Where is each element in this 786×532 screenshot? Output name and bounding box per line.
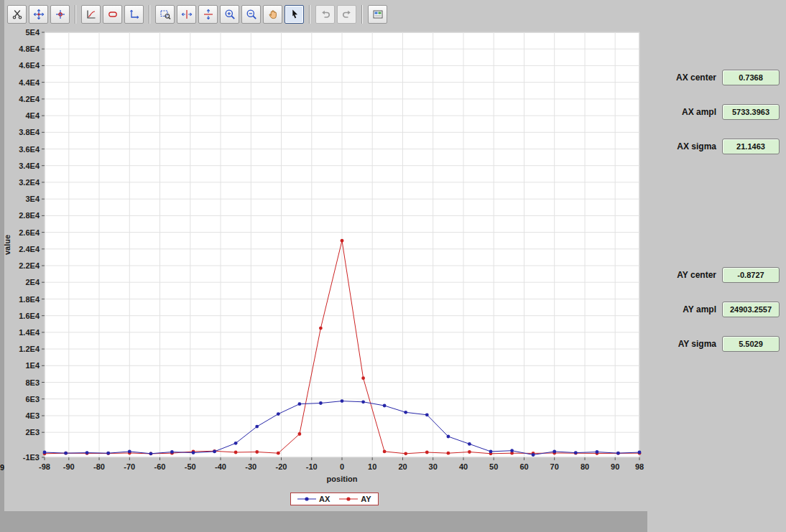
cut-button[interactable] (7, 5, 27, 24)
fit-param-row: AY sigma5.5029 (677, 336, 780, 352)
pan-button[interactable] (263, 5, 282, 24)
legend-label: AY (361, 495, 371, 503)
fit-param-row: AY ampl24903.2557 (677, 302, 780, 317)
x-tick-label: -70 (124, 462, 135, 471)
pan-icon (267, 9, 279, 20)
param-value-field[interactable]: 24903.2557 (722, 302, 780, 317)
snapshot-button[interactable] (368, 5, 387, 24)
move-points-icon (33, 9, 45, 20)
ay-fit-results: AY center-0.8727AY ampl24903.2557AY sigm… (677, 267, 780, 352)
y-tick-label: 2.8E4 (19, 211, 40, 220)
y-tick-label: 2.2E4 (19, 261, 40, 270)
x-tick-label: -98 (39, 462, 50, 471)
legend-item-AX[interactable]: AX (297, 495, 330, 503)
param-label: AY ampl (683, 304, 716, 314)
cut-icon (11, 9, 23, 20)
expand-x-icon (181, 9, 193, 20)
toolbar (7, 5, 387, 24)
param-label: AY center (677, 270, 716, 280)
y-tick-label: 4.8E4 (19, 45, 40, 53)
x-tick-label: 40 (459, 462, 468, 471)
select-points-icon (55, 9, 66, 20)
x-tick-label: -10 (306, 462, 318, 471)
x-axis: -98-90-80-70-60-50-40-30-20-100102030405… (39, 457, 644, 483)
y-tick-label: 5E4 (25, 28, 40, 37)
undo-icon (320, 9, 331, 20)
zoom-out-button[interactable] (241, 5, 261, 24)
param-label: AX ampl (682, 107, 716, 117)
y-tick-label: 3.6E4 (19, 145, 40, 154)
x-axis-title: position (327, 475, 358, 483)
toolbar-separator (309, 5, 310, 24)
log-scale-button[interactable] (81, 5, 101, 24)
x-tick-label: 20 (398, 462, 407, 471)
y-tick-label: 1.4E4 (19, 328, 40, 337)
legend-item-AY[interactable]: AY (339, 495, 371, 503)
y-tick-label: 1E4 (25, 361, 40, 370)
x-tick-label: -20 (276, 462, 287, 471)
application-window: -98-90-80-70-60-50-40-30-20-100102030405… (0, 0, 786, 532)
zoom-in-button[interactable] (220, 5, 239, 24)
y-tick-label: 4.2E4 (19, 95, 40, 103)
zoom-in-icon (224, 9, 236, 20)
redo-button[interactable] (337, 5, 356, 24)
x-tick-label: 10 (368, 462, 376, 471)
axes-button[interactable] (124, 5, 144, 24)
param-value-field[interactable]: 0.7368 (722, 70, 780, 85)
y-tick-label: 3E4 (25, 195, 40, 203)
expand-x-button[interactable] (177, 5, 196, 24)
x-tick-label: -90 (63, 462, 75, 471)
x-tick-label: 80 (581, 462, 589, 471)
y-tick-label: 3.8E4 (19, 128, 40, 136)
y-tick-label: 1.8E4 (19, 295, 40, 304)
desktop-background-bottom (4, 511, 647, 532)
zoom-region-button[interactable] (155, 5, 175, 24)
param-value-field[interactable]: 5733.3963 (722, 104, 780, 120)
move-points-button[interactable] (29, 5, 48, 24)
x-tick-label: -30 (245, 462, 256, 471)
legend-marker-AY (339, 495, 358, 503)
expand-y-icon (203, 9, 214, 20)
select-cursor-button[interactable] (285, 5, 304, 24)
x-tick-label: 50 (489, 462, 498, 471)
select-cursor-icon (289, 9, 300, 20)
expand-y-button[interactable] (198, 5, 218, 24)
zoom-region-icon (159, 9, 171, 20)
param-value-field[interactable]: -0.8727 (722, 267, 780, 283)
y-axis: 5E44.8E44.6E44.4E44.2E44E43.8E43.6E43.4E… (3, 28, 45, 462)
toolbar-separator (149, 5, 150, 24)
chart-area[interactable]: -98-90-80-70-60-50-40-30-20-100102030405… (0, 26, 647, 511)
param-label: AX sigma (677, 141, 716, 151)
param-label: AX center (676, 73, 716, 83)
label-button[interactable] (103, 5, 122, 24)
x-tick-label: 30 (429, 462, 438, 471)
x-tick-label: -60 (154, 462, 166, 471)
y-tick-label: 2.4E4 (19, 245, 40, 253)
toolbar-separator (75, 5, 76, 24)
y-tick-label: 4E3 (25, 411, 40, 420)
toolbar-separator (361, 5, 363, 24)
undo-button[interactable] (315, 5, 335, 24)
fit-param-row: AY center-0.8727 (677, 267, 780, 283)
label-icon (107, 9, 119, 20)
y-tick-label: 3.2E4 (19, 178, 40, 187)
y-tick-label: 4E4 (25, 111, 40, 120)
legend-label: AX (319, 495, 330, 503)
y-tick-label: 1.6E4 (19, 312, 40, 320)
axes-icon (129, 9, 140, 20)
y-tick-label: 2E3 (25, 428, 40, 437)
chart-canvas[interactable]: -98-90-80-70-60-50-40-30-20-100102030405… (0, 26, 647, 511)
legend-marker-AX (297, 495, 316, 503)
y-tick-label: 3.4E4 (19, 162, 40, 170)
param-value-field[interactable]: 21.1463 (722, 139, 780, 154)
y-tick-label: 1.2E4 (19, 345, 40, 353)
snapshot-icon (372, 9, 384, 20)
log-scale-icon (85, 9, 97, 20)
y-tick-label: 2.6E4 (19, 228, 40, 237)
fit-param-row: AX ampl5733.3963 (676, 104, 780, 120)
param-value-field[interactable]: 5.5029 (722, 336, 780, 352)
x-tick-label: -80 (93, 462, 105, 471)
clipped-label: 9 (0, 463, 4, 472)
select-points-button[interactable] (50, 5, 70, 24)
x-tick-label: 0 (340, 462, 344, 471)
